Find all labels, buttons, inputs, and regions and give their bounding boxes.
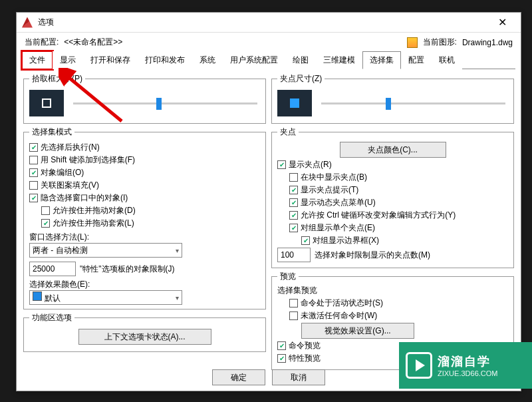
gripsize-group: 夹点尺寸(Z)	[271, 73, 514, 124]
grip-group: 夹点 夹点颜色(C)... 显示夹点(R) 在块中显示夹点(B) 显示夹点提示(…	[271, 126, 514, 268]
chk-show-grips[interactable]	[277, 160, 286, 169]
tab-system[interactable]: 系统	[192, 51, 223, 69]
chk-cmd-preview[interactable]	[277, 341, 286, 350]
lbl-shift-add: 用 Shift 键添加到选择集(F)	[41, 154, 135, 166]
ok-button[interactable]: 确定	[212, 369, 265, 385]
color-swatch-icon	[33, 292, 42, 301]
gripsize-legend: 夹点尺寸(Z)	[277, 73, 325, 85]
tab-file[interactable]: 文件	[22, 51, 53, 69]
tab-selection[interactable]: 选择集	[362, 51, 401, 69]
chk-prop-preview[interactable]	[277, 354, 286, 363]
tab-plot[interactable]: 打印和发布	[138, 51, 192, 69]
chk-grip-tips[interactable]	[289, 186, 298, 194]
lbl-object-group: 对象编组(O)	[41, 167, 84, 178]
tab-open-save[interactable]: 打开和保存	[83, 51, 138, 69]
current-drawing-label: 当前图形:	[423, 37, 457, 48]
chk-assoc-hatch[interactable]	[29, 181, 38, 190]
watermark: 溜溜自学 ZIXUE.3D66.COM	[399, 342, 532, 389]
ribbon-legend: 功能区选项	[29, 312, 74, 323]
options-dialog: 选项 ✕ 当前配置: <<未命名配置>> 当前图形: Drawing1.dwg …	[16, 12, 521, 391]
tab-online[interactable]: 联机	[432, 51, 462, 69]
current-profile-value: <<未命名配置>>	[64, 37, 122, 48]
grip-legend: 夹点	[277, 126, 299, 138]
watermark-url: ZIXUE.3D66.COM	[438, 369, 497, 377]
dialog-title: 选项	[38, 17, 489, 28]
lbl-grips-in-blocks: 在块中显示夹点(B)	[301, 172, 367, 183]
tab-strip: 文件 显示 打开和保存 打印和发布 系统 用户系统配置 绘图 三维建模 选择集 …	[22, 51, 515, 69]
lbl-dynamic-grip-menu: 显示动态夹点菜单(U)	[301, 197, 376, 208]
context-tab-state-button[interactable]: 上下文选项卡状态(A)...	[78, 329, 211, 345]
pickbox-slider[interactable]	[73, 102, 257, 104]
right-column: 夹点尺寸(Z) 夹点 夹点颜色(C)... 显示夹点(R) 在块中显示夹点(B)	[271, 73, 514, 362]
window-select-label: 窗口选择方法(L):	[29, 232, 260, 243]
grip-shape-icon	[290, 99, 299, 108]
titlebar: 选项 ✕	[17, 13, 521, 33]
lbl-assoc-hatch: 关联图案填充(V)	[41, 180, 99, 191]
lbl-noun-verb: 先选择后执行(N)	[41, 142, 100, 153]
lbl-press-drag-lasso: 允许按住并拖动套索(L)	[53, 218, 134, 229]
chk-press-drag-lasso[interactable]	[41, 219, 50, 228]
chk-ctrl-cycle[interactable]	[289, 211, 298, 220]
drawing-icon	[407, 37, 418, 48]
chk-implied-window[interactable]	[29, 194, 38, 202]
preview-legend: 预览	[277, 271, 299, 282]
grip-color-button[interactable]: 夹点颜色(C)...	[340, 142, 446, 158]
chevron-down-icon: ▾	[176, 294, 179, 302]
close-button[interactable]: ✕	[489, 13, 515, 32]
left-column: 拾取框大小(P) 选择集模式 先选择后执行(N) 用 Shift 键添加到选择集…	[23, 73, 266, 362]
grip-limit-label: 选择对象时限制显示的夹点数(M)	[315, 250, 430, 261]
chk-group-single-grip[interactable]	[289, 224, 298, 232]
tab-drafting[interactable]: 绘图	[285, 51, 316, 69]
visual-effect-button[interactable]: 视觉效果设置(G)...	[301, 323, 414, 339]
lbl-no-cmd-active: 未激活任何命令时(W)	[301, 310, 377, 321]
lbl-group-single-grip: 对组显示单个夹点(E)	[301, 222, 375, 234]
lbl-cmd-preview: 命令预览	[289, 340, 321, 351]
lbl-group-bbox: 对组显示边界框(X)	[313, 235, 379, 246]
header-row: 当前配置: <<未命名配置>> 当前图形: Drawing1.dwg	[17, 33, 521, 48]
current-profile-label: 当前配置:	[25, 37, 59, 48]
play-icon	[406, 352, 432, 379]
selection-mode-group: 选择集模式 先选择后执行(N) 用 Shift 键添加到选择集(F) 对象编组(…	[23, 126, 266, 309]
chk-grips-in-blocks[interactable]	[289, 173, 298, 182]
app-icon	[22, 17, 33, 28]
effect-color-value: 默认	[45, 294, 61, 303]
lbl-prop-preview: 特性预览	[289, 353, 321, 364]
object-limit-label: "特性"选项板的对象限制(J)	[80, 264, 175, 275]
ribbon-group: 功能区选项 上下文选项卡状态(A)...	[23, 312, 266, 352]
effect-color-dropdown[interactable]: 默认 ▾	[29, 290, 182, 305]
tab-user-pref[interactable]: 用户系统配置	[223, 51, 285, 69]
lbl-grip-tips: 显示夹点提示(T)	[301, 184, 358, 196]
selection-mode-legend: 选择集模式	[29, 126, 74, 138]
gripsize-slider[interactable]	[321, 102, 505, 104]
tab-3d-modeling[interactable]: 三维建模	[316, 51, 362, 69]
chk-cmd-active[interactable]	[289, 299, 298, 307]
lbl-cmd-active: 命令处于活动状态时(S)	[301, 298, 383, 309]
lbl-implied-window: 隐含选择窗口中的对象(I)	[41, 192, 128, 204]
chk-no-cmd-active[interactable]	[289, 311, 298, 320]
cancel-button[interactable]: 取消	[272, 369, 325, 385]
pickbox-shape-icon	[42, 99, 51, 108]
watermark-brand: 溜溜自学	[438, 353, 497, 369]
pickbox-legend: 拾取框大小(P)	[29, 73, 85, 85]
chk-group-bbox[interactable]	[301, 236, 310, 245]
object-limit-input[interactable]: 25000	[29, 262, 76, 276]
current-drawing-value: Drawing1.dwg	[462, 38, 513, 47]
chk-dynamic-grip-menu[interactable]	[289, 198, 298, 207]
window-select-value: 两者 - 自动检测	[33, 245, 88, 256]
lbl-show-grips: 显示夹点(R)	[289, 159, 332, 170]
chk-press-drag[interactable]	[41, 206, 50, 215]
gripsize-preview	[277, 90, 312, 116]
chk-shift-add[interactable]	[29, 156, 38, 164]
chk-object-group[interactable]	[29, 168, 38, 177]
tab-display[interactable]: 显示	[53, 51, 83, 69]
effect-color-label: 选择效果颜色(E):	[29, 279, 260, 290]
pickbox-preview	[29, 90, 64, 116]
lbl-press-drag: 允许按住并拖动对象(D)	[53, 205, 136, 216]
pickbox-group: 拾取框大小(P)	[23, 73, 266, 124]
chk-noun-verb[interactable]	[29, 143, 38, 152]
tab-profiles[interactable]: 配置	[401, 51, 432, 69]
lbl-ctrl-cycle: 允许按 Ctrl 键循环改变对象编辑方式行为(Y)	[301, 210, 456, 221]
grip-limit-input[interactable]: 100	[277, 248, 311, 262]
window-select-dropdown[interactable]: 两者 - 自动检测 ▾	[29, 243, 182, 258]
selection-preview-label: 选择集预览	[277, 285, 508, 296]
